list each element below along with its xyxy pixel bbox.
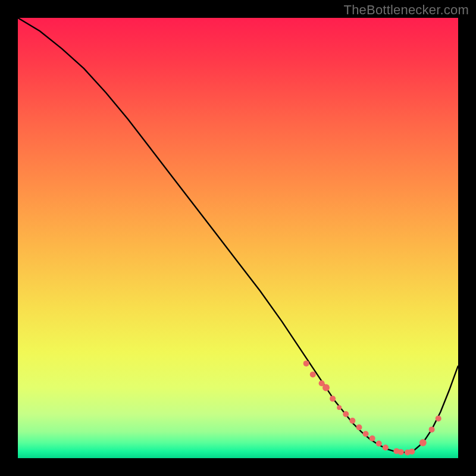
marker-point: [330, 396, 336, 402]
marker-point: [436, 415, 441, 421]
marker-point: [376, 441, 382, 447]
marker-point: [343, 411, 349, 417]
plot-background: [18, 18, 458, 458]
marker-point: [310, 371, 316, 377]
marker-point: [356, 424, 362, 430]
chart-canvas: [0, 0, 476, 476]
marker-point: [419, 439, 427, 446]
marker-point: [322, 384, 330, 392]
marker-point: [369, 436, 375, 441]
marker-point: [349, 418, 355, 424]
marker-point: [337, 405, 342, 410]
marker-point: [409, 449, 415, 455]
marker-point: [303, 361, 309, 367]
marker-point: [398, 449, 404, 455]
marker-point: [363, 431, 369, 437]
watermark-text: TheBottlenecker.com: [344, 2, 469, 18]
marker-point: [429, 427, 435, 433]
marker-point: [383, 444, 389, 450]
